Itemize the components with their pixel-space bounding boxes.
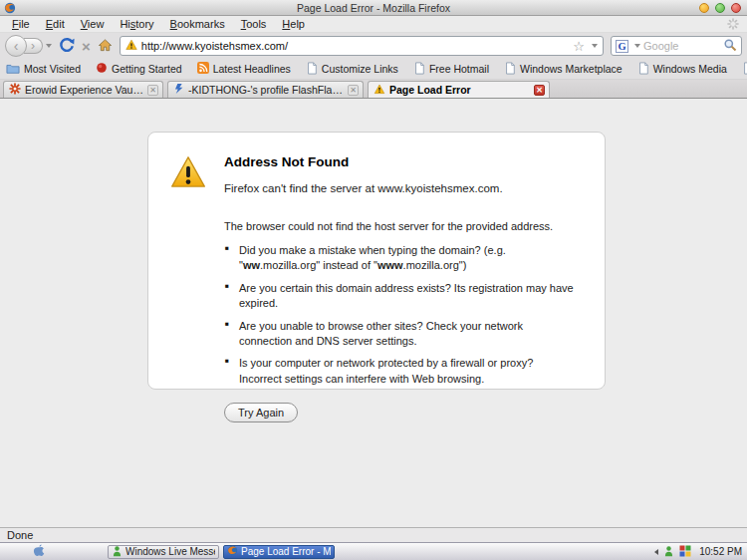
- bookmark-windows[interactable]: Windows: [742, 62, 747, 77]
- menu-bookmarks[interactable]: Bookmarks: [162, 17, 233, 31]
- bookmark-free-hotmail[interactable]: Free Hotmail: [413, 62, 489, 77]
- bookmark-customize-links[interactable]: Customize Links: [306, 62, 398, 77]
- taskbar-button-firefox[interactable]: Page Load Error - Mozi...: [223, 545, 335, 559]
- try-again-button[interactable]: Try Again: [224, 403, 298, 422]
- page-icon: [504, 62, 516, 77]
- firefox-window: Page Load Error - Mozilla Firefox File E…: [0, 0, 747, 560]
- taskbar-clock: 10:52 PM: [696, 546, 742, 557]
- search-engine-dropdown-icon[interactable]: [634, 44, 640, 48]
- tab-page-load-error[interactable]: Page Load Error ✕: [368, 81, 550, 98]
- tab-ffr-profile[interactable]: -KIDTHONG-'s profile FlashFlashRevolut..…: [167, 81, 364, 98]
- messenger-icon: [112, 545, 123, 559]
- close-button[interactable]: [731, 3, 741, 13]
- search-magnifier-icon[interactable]: [723, 38, 737, 54]
- menu-file[interactable]: File: [4, 17, 38, 31]
- window-title: Page Load Error - Mozilla Firefox: [0, 2, 747, 14]
- warning-icon: [169, 154, 207, 192]
- menu-history[interactable]: History: [112, 17, 161, 31]
- list-item: Are you certain this domain address exis…: [224, 281, 577, 312]
- error-intro: Firefox can't find the server at www.kyo…: [224, 182, 577, 194]
- tray-media-icon[interactable]: [679, 545, 691, 559]
- bookmark-getting-started[interactable]: Getting Started: [96, 62, 182, 76]
- getting-started-icon: [96, 62, 108, 76]
- window-controls: [699, 3, 741, 13]
- page-icon: [413, 62, 425, 77]
- status-bar: Done: [0, 527, 747, 542]
- start-button[interactable]: [32, 543, 46, 560]
- stop-button[interactable]: ×: [82, 39, 91, 54]
- bookmark-latest-headlines[interactable]: Latest Headlines: [197, 62, 291, 76]
- tab-close-icon[interactable]: ✕: [147, 85, 158, 96]
- bookmark-star-icon[interactable]: ☆: [573, 40, 585, 53]
- menu-view[interactable]: View: [73, 17, 113, 31]
- error-title: Address Not Found: [224, 154, 577, 169]
- back-forward-group: ‹ ›: [5, 35, 52, 57]
- url-input[interactable]: [141, 40, 570, 52]
- title-bar: Page Load Error - Mozilla Firefox: [0, 0, 747, 16]
- back-button[interactable]: ‹: [5, 35, 27, 57]
- search-box[interactable]: G: [611, 36, 742, 56]
- page-icon: [306, 62, 318, 77]
- taskbar: Windows Live Messen... Page Load Error -…: [0, 542, 747, 560]
- tab-close-icon[interactable]: ✕: [534, 85, 545, 96]
- google-engine-icon[interactable]: G: [616, 40, 628, 53]
- apple-icon: [32, 543, 46, 560]
- ffr-favicon: [173, 83, 184, 97]
- page-icon: [637, 62, 649, 77]
- page-warning-favicon: [125, 39, 137, 53]
- tab-bar: Erowid Experience Vaults: Diphenhydra...…: [0, 80, 747, 98]
- minimize-button[interactable]: [699, 3, 709, 13]
- reload-button[interactable]: [59, 37, 75, 55]
- tab-label: Erowid Experience Vaults: Diphenhydra...: [25, 84, 143, 96]
- list-item: Are you unable to browse other sites? Ch…: [224, 319, 577, 350]
- status-text: Done: [7, 529, 33, 541]
- tab-close-icon[interactable]: ✕: [348, 85, 359, 96]
- feed-icon: [197, 62, 209, 76]
- menu-tools[interactable]: Tools: [233, 17, 275, 31]
- menu-bar: File Edit View History Bookmarks Tools H…: [0, 16, 747, 33]
- maximize-button[interactable]: [715, 3, 725, 13]
- search-input[interactable]: [643, 40, 720, 52]
- taskbar-button-messenger[interactable]: Windows Live Messen...: [108, 545, 219, 559]
- error-description: The browser could not find the host serv…: [224, 220, 577, 232]
- system-tray: 10:52 PM: [654, 545, 742, 559]
- history-dropdown-icon[interactable]: [46, 44, 52, 48]
- tray-collapse-icon[interactable]: [654, 549, 658, 555]
- error-card: Address Not Found Firefox can't find the…: [147, 132, 606, 390]
- erowid-favicon: [9, 83, 21, 97]
- error-suggestions-list: Did you make a mistake when typing the d…: [224, 243, 577, 387]
- firefox-icon: [227, 545, 238, 558]
- navigation-toolbar: ‹ › × ☆ G: [0, 33, 747, 59]
- throbber-icon: [727, 18, 739, 32]
- bookmarks-toolbar: Most Visited Getting Started Latest Head…: [0, 59, 747, 80]
- tab-label: -KIDTHONG-'s profile FlashFlashRevolut..…: [188, 84, 344, 96]
- url-bar[interactable]: ☆: [120, 36, 604, 56]
- tray-messenger-icon[interactable]: [663, 545, 674, 559]
- url-dropdown-icon[interactable]: [592, 44, 598, 48]
- menu-help[interactable]: Help: [274, 17, 313, 31]
- warning-favicon: [374, 84, 385, 97]
- list-item: Is your computer or network protected by…: [224, 356, 577, 387]
- home-button[interactable]: [98, 38, 113, 55]
- firefox-icon: [4, 2, 16, 16]
- page-icon: [742, 62, 747, 77]
- bookmark-most-visited[interactable]: Most Visited: [6, 62, 81, 77]
- tab-label: Page Load Error: [389, 84, 471, 96]
- bookmark-windows-marketplace[interactable]: Windows Marketplace: [504, 62, 622, 77]
- menu-edit[interactable]: Edit: [38, 17, 73, 31]
- folder-icon: [6, 62, 20, 77]
- browser-viewport: Address Not Found Firefox can't find the…: [0, 98, 747, 527]
- list-item: Did you make a mistake when typing the d…: [224, 243, 577, 274]
- bookmark-windows-media[interactable]: Windows Media: [637, 62, 727, 77]
- tab-erowid[interactable]: Erowid Experience Vaults: Diphenhydra...…: [3, 81, 163, 98]
